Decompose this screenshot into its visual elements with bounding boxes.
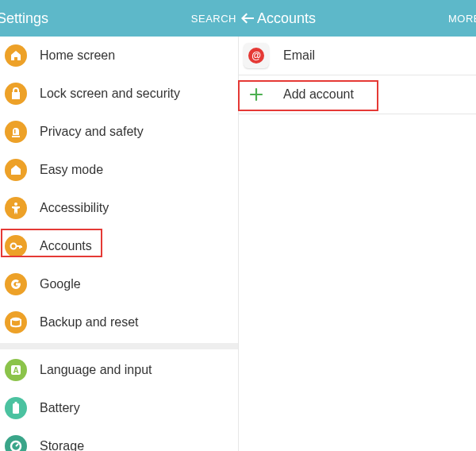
section-divider (0, 343, 238, 349)
search-label: SEARCH (191, 13, 236, 25)
divider (239, 114, 476, 114)
header-right-section: Accounts MORE (238, 10, 476, 27)
settings-item-battery[interactable]: Battery (0, 389, 238, 427)
google-icon (5, 273, 27, 295)
language-icon: A (5, 359, 27, 381)
item-label: Add account (283, 87, 354, 102)
siren-icon (5, 121, 27, 143)
item-label: Storage (40, 439, 84, 451)
accounts-title: Accounts (257, 10, 316, 27)
account-item-email[interactable]: @ Email (239, 37, 476, 75)
svg-point-2 (11, 244, 17, 249)
house-icon (5, 159, 27, 181)
item-label: Easy mode (40, 163, 103, 177)
home-icon (5, 44, 27, 67)
item-label: Accessibility (40, 201, 109, 215)
search-button[interactable]: SEARCH (191, 13, 236, 25)
svg-text:@: @ (251, 50, 261, 61)
item-label: Lock screen and security (40, 87, 180, 101)
plus-icon (245, 83, 267, 106)
accounts-panel: @ Email Add account (238, 37, 476, 451)
settings-item-privacy[interactable]: Privacy and safety (0, 113, 238, 151)
svg-point-3 (11, 318, 21, 321)
item-label: Email (283, 48, 315, 63)
item-label: Accounts (40, 239, 92, 253)
item-label: Language and input (40, 363, 152, 377)
header-left-section: Settings SEARCH (0, 10, 238, 27)
settings-item-accounts[interactable]: Accounts (0, 227, 238, 265)
item-label: Backup and reset (40, 315, 139, 330)
svg-rect-7 (15, 402, 17, 404)
app-header: Settings SEARCH Accounts MORE (0, 0, 476, 37)
backup-icon (5, 311, 27, 333)
more-button[interactable]: MORE (448, 13, 476, 25)
settings-item-storage[interactable]: Storage (0, 427, 238, 451)
settings-item-lock-screen[interactable]: Lock screen and security (0, 75, 238, 113)
email-icon: @ (244, 43, 269, 68)
item-label: Home screen (40, 48, 115, 63)
svg-rect-0 (14, 129, 16, 133)
accessibility-icon (5, 197, 27, 219)
svg-point-1 (14, 202, 17, 206)
key-icon (5, 235, 27, 257)
battery-icon (5, 397, 27, 419)
storage-icon (5, 435, 27, 451)
settings-item-backup[interactable]: Backup and reset (0, 303, 238, 341)
content-columns: Home screen Lock screen and security Pri… (0, 37, 476, 451)
settings-item-language[interactable]: A Language and input (0, 351, 238, 389)
settings-title: Settings (0, 10, 48, 27)
svg-text:A: A (13, 366, 18, 375)
lock-icon (5, 83, 27, 105)
add-account-button[interactable]: Add account (239, 75, 476, 114)
settings-item-home-screen[interactable]: Home screen (0, 37, 238, 75)
settings-list: Home screen Lock screen and security Pri… (0, 37, 238, 451)
item-label: Battery (40, 401, 80, 415)
svg-rect-6 (13, 403, 19, 414)
item-label: Google (40, 277, 81, 291)
back-arrow-icon[interactable] (241, 13, 254, 24)
item-label: Privacy and safety (40, 125, 144, 139)
settings-item-accessibility[interactable]: Accessibility (0, 189, 238, 227)
settings-item-google[interactable]: Google (0, 265, 238, 303)
settings-item-easy-mode[interactable]: Easy mode (0, 151, 238, 189)
